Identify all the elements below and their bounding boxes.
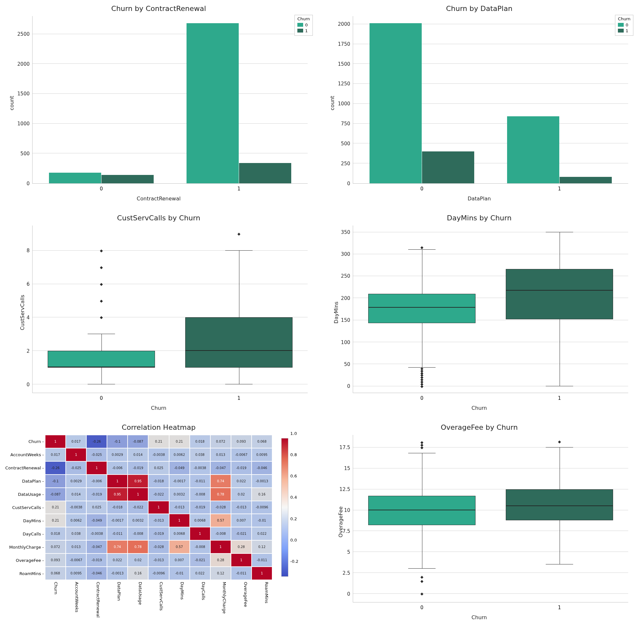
heatmap-cell: -0.019 — [190, 501, 210, 514]
chart-title: OverageFee by Churn — [324, 423, 635, 431]
heatmap-cell: 0.78 — [128, 540, 148, 553]
ytick: 0 — [328, 591, 350, 597]
outlier: ◆ — [420, 575, 423, 579]
heatmap-cell: -0.0038 — [190, 461, 210, 475]
outlier: ◆ — [100, 299, 103, 303]
heatmap-cell: 0.025 — [148, 461, 169, 475]
heatmap-cell: 0.0032 — [128, 514, 148, 527]
ytick: 100 — [328, 340, 350, 345]
heatmap-cell: 1 — [190, 527, 210, 540]
heatmap-cell: -0.0096 — [252, 501, 272, 514]
xtick: 0 — [420, 395, 424, 401]
ylabel: count — [9, 96, 15, 110]
heatmap-cell: -0.008 — [190, 540, 210, 553]
whisker — [422, 323, 422, 368]
chart-bar-dataplan: Churn by DataPlan01025050075010001250150… — [324, 3, 635, 203]
chart-title: CustServCalls by Churn — [3, 214, 314, 222]
heatmap-cell: 0.0029 — [66, 475, 86, 488]
heatmap-cell: 0.093 — [231, 435, 252, 448]
ylabel: count — [329, 96, 335, 110]
legend-item: 0 — [305, 23, 308, 27]
ytick: 300 — [328, 251, 350, 257]
heatmap-ylabel: ContractRenewal - — [5, 466, 44, 470]
heatmap-cell: -0.013 — [148, 514, 169, 527]
heatmap-grid: 10.017-0.26-0.1-0.0870.210.210.0180.0720… — [45, 435, 272, 580]
median — [48, 367, 155, 367]
heatmap-cell: 0.57 — [169, 540, 190, 553]
whisker — [560, 319, 560, 386]
ytick: 750 — [328, 121, 350, 127]
heatmap-xlabel: MonthlyCharge — [222, 582, 227, 614]
heatmap-cell: -0.013 — [169, 501, 190, 514]
heatmap-ylabel: OverageFee - — [5, 558, 44, 562]
heatmap-ylabel: DataPlan - — [5, 479, 44, 484]
heatmap-cell: 0.0029 — [107, 448, 128, 461]
heatmap-xlabel: DayCalls — [201, 582, 206, 600]
heatmap-ylabel: MonthlyCharge - — [5, 544, 44, 549]
outlier: ◆ — [420, 579, 423, 583]
legend-item: 0 — [626, 23, 628, 27]
box — [48, 351, 155, 368]
colorbar: -0.20.00.20.40.60.81.0 — [281, 438, 288, 577]
heatmap-cell: 0.093 — [45, 553, 66, 567]
median — [506, 505, 613, 506]
legend-swatch — [618, 23, 624, 27]
outlier: ◆ — [100, 282, 103, 286]
heatmap-cell: -0.011 — [231, 567, 252, 580]
ytick: 0 — [328, 181, 350, 187]
heatmap-cell: -0.26 — [45, 461, 66, 475]
heatmap-cell: 0.018 — [45, 527, 66, 540]
legend-title: Churn — [297, 16, 310, 21]
heatmap-cell: 0.02 — [128, 553, 148, 567]
whisker-cap — [546, 564, 573, 564]
heatmap-cell: 0.017 — [66, 435, 86, 448]
heatmap-cell: -0.0038 — [86, 527, 107, 540]
heatmap-cell: -0.011 — [107, 527, 128, 540]
outlier: ◆ — [420, 366, 423, 371]
ytick: 4 — [7, 315, 30, 321]
heatmap-cell: 1 — [210, 540, 231, 553]
xtick: 1 — [237, 186, 241, 192]
whisker-cap — [546, 232, 573, 232]
heatmap-cell: -0.006 — [107, 461, 128, 475]
heatmap-cell: -0.0096 — [148, 567, 169, 580]
ytick: 250 — [328, 161, 350, 167]
heatmap-ylabel: CustServCalls - — [5, 505, 44, 510]
ytick: 350 — [328, 229, 350, 235]
heatmap-cell: 0.57 — [210, 514, 231, 527]
ytick: 15 — [328, 466, 350, 471]
heatmap-cell: 0.0068 — [169, 527, 190, 540]
legend-swatch — [297, 23, 303, 27]
heatmap-cell: 0.02 — [231, 488, 252, 501]
heatmap-cell: 0.21 — [45, 501, 66, 514]
heatmap-cell: 1 — [45, 435, 66, 448]
whisker-cap — [546, 386, 573, 386]
heatmap-xlabel: RoamMins — [264, 582, 269, 603]
heatmap-cell: -0.0017 — [169, 475, 190, 488]
heatmap-cell: 0.013 — [210, 448, 231, 461]
heatmap-cell: -0.022 — [128, 501, 148, 514]
heatmap-xlabel: OverageFee — [243, 582, 248, 607]
ytick: 250 — [328, 273, 350, 279]
ytick: 1000 — [7, 121, 30, 127]
heatmap-cell: -0.028 — [148, 540, 169, 553]
heatmap-ylabel: DataUsage - — [5, 492, 44, 497]
whisker-cap — [546, 447, 573, 447]
ytick: 500 — [328, 141, 350, 147]
box — [506, 489, 613, 520]
heatmap-cell: -0.0067 — [66, 553, 86, 567]
heatmap-cell: -0.028 — [210, 501, 231, 514]
heatmap-cell: 0.21 — [169, 435, 190, 448]
bar — [239, 163, 291, 183]
outlier: ◆ — [100, 248, 103, 253]
heatmap-ylabel: DayCalls - — [5, 531, 44, 536]
heatmap-cell: -0.025 — [66, 461, 86, 475]
heatmap-cell: 0.95 — [107, 488, 128, 501]
heatmap-cell: -0.006 — [86, 475, 107, 488]
heatmap-cell: 0.16 — [252, 488, 272, 501]
heatmap-cell: 0.007 — [231, 514, 252, 527]
heatmap-cell: -0.0013 — [252, 475, 272, 488]
whisker — [101, 334, 102, 351]
heatmap-cell: 1 — [107, 475, 128, 488]
legend-swatch — [297, 29, 303, 33]
